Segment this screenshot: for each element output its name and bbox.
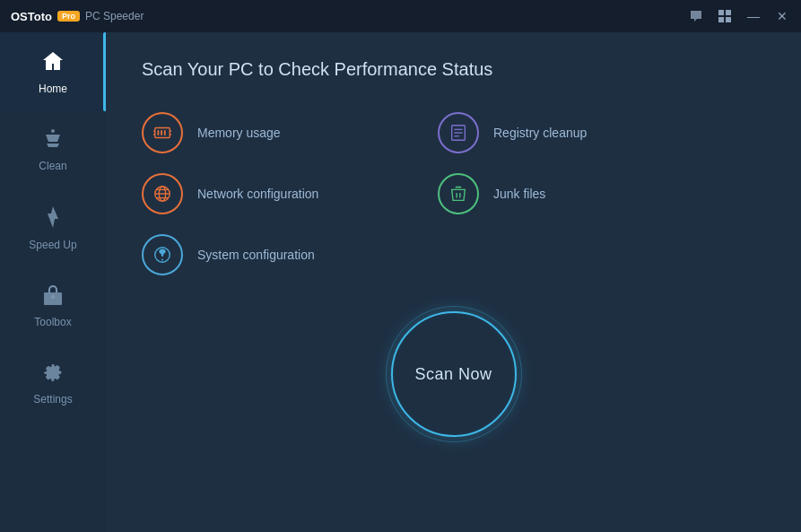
page-title: Scan Your PC to Check Performance Status [142,59,765,80]
title-bar: OSToto Pro PC Speeder — ✕ [0,0,801,32]
svg-rect-5 [51,295,55,299]
svg-rect-2 [718,17,724,22]
window-controls: — ✕ [688,8,790,24]
clean-icon [41,127,65,154]
minimize-button[interactable]: — [745,8,762,24]
registry-icon [438,112,479,153]
sidebar-item-clean[interactable]: Clean [0,111,106,188]
app-logo: OSToto Pro [11,10,80,23]
sidebar-toolbox-label: Toolbox [34,316,71,328]
svg-rect-1 [726,10,731,15]
sidebar-item-home[interactable]: Home [0,32,106,111]
svg-rect-3 [726,17,731,22]
svg-point-26 [161,259,163,261]
sidebar-settings-label: Settings [33,393,72,406]
registry-label: Registry cleanup [493,126,587,140]
svg-rect-9 [164,130,166,135]
settings-icon [41,361,65,388]
junk-label: Junk files [493,187,545,201]
chat-icon[interactable] [688,8,704,24]
app-subtitle: PC Speeder [85,10,144,22]
feature-junk[interactable]: Junk files [438,173,680,214]
scan-button-container: Scan Now [142,311,765,437]
system-label: System configuration [197,248,315,262]
sidebar-speedup-label: Speed Up [29,239,76,251]
feature-grid: Memory usage Registry cleanup [142,112,680,275]
network-icon [142,173,183,214]
feature-system[interactable]: System configuration [142,234,384,275]
sidebar-clean-label: Clean [39,160,66,172]
sidebar: Home Clean Speed Up [0,32,106,532]
memory-label: Memory usage [197,126,281,140]
system-icon [142,234,183,275]
memory-icon [142,112,183,153]
grid-icon[interactable] [717,8,733,24]
svg-rect-8 [161,130,162,135]
sidebar-item-settings[interactable]: Settings [0,344,106,422]
app-name: OSToto [11,10,52,23]
main-content: Scan Your PC to Check Performance Status [106,32,801,532]
pro-badge: Pro [57,11,80,22]
sidebar-item-speedup[interactable]: Speed Up [0,188,106,267]
feature-registry[interactable]: Registry cleanup [438,112,680,153]
speedup-icon [41,205,65,233]
sidebar-item-toolbox[interactable]: Toolbox [0,267,106,344]
sidebar-home-label: Home [39,83,67,95]
junk-icon [438,173,479,214]
svg-rect-0 [718,10,724,15]
feature-network[interactable]: Network configuration [142,173,384,214]
svg-rect-7 [158,130,160,135]
close-button[interactable]: ✕ [774,8,790,24]
home-icon [40,48,65,77]
feature-memory[interactable]: Memory usage [142,112,384,153]
scan-now-button[interactable]: Scan Now [391,311,517,437]
toolbox-icon [41,283,65,310]
network-label: Network configuration [197,187,318,201]
main-layout: Home Clean Speed Up [0,32,801,532]
